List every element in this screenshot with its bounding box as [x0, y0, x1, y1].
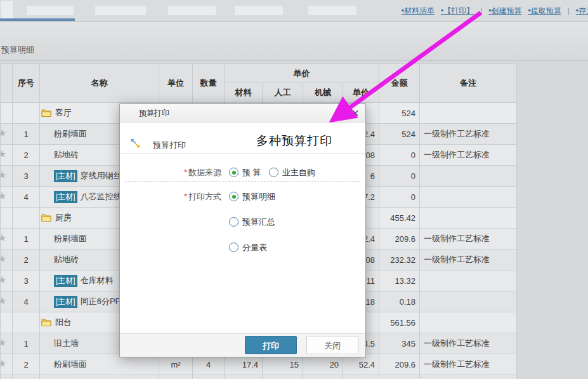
toolbar-separator: | — [568, 6, 570, 15]
amount-cell: 0.18 — [379, 291, 420, 312]
note-cell — [420, 270, 517, 291]
star-icon[interactable]: ★ — [1, 149, 7, 159]
col-header-qty: 数量 — [193, 64, 225, 103]
print-dialog: 预算打印 × ↖↘ 预算打印 多种预算打印 *数据来源预 算业主自购*打印方式预… — [119, 103, 366, 357]
main-material-badge: [主材] — [54, 275, 77, 287]
item-name: 穿线用钢丝 — [81, 171, 122, 180]
machine-price-cell — [303, 375, 343, 379]
radio-unchecked[interactable] — [269, 168, 278, 177]
star-icon[interactable]: ★ — [1, 338, 7, 348]
radio-option[interactable]: 分量表 — [229, 242, 267, 253]
star-icon[interactable]: ★ — [1, 128, 7, 138]
material-price-cell — [225, 375, 263, 379]
amount-cell: 524 — [379, 124, 420, 145]
table-row[interactable]: ★3[主材] — [1, 375, 517, 379]
dashed-divider — [125, 181, 360, 182]
close-icon[interactable]: × — [351, 105, 359, 121]
star-cell — [1, 103, 13, 124]
seq-cell — [13, 208, 40, 229]
dialog-titlebar: 预算打印 × — [120, 104, 365, 123]
radio-checked[interactable] — [229, 192, 238, 201]
main-material-badge: [主材] — [54, 296, 77, 308]
close-button[interactable]: 关闭 — [306, 336, 358, 354]
faded-tab[interactable] — [308, 6, 356, 15]
col-header-price: 单价 — [343, 83, 379, 103]
seq-cell — [13, 312, 40, 333]
star-icon[interactable]: ★ — [1, 359, 7, 369]
star-cell — [1, 312, 13, 333]
form-row: 分量表 — [120, 242, 365, 253]
toolbar-link[interactable]: •存为 — [576, 6, 588, 15]
star-icon[interactable]: ★ — [1, 275, 7, 285]
seq-cell: 4 — [13, 187, 40, 208]
amount-cell: 0 — [379, 187, 420, 208]
star-cell: ★ — [1, 354, 13, 375]
radio-label: 预算汇总 — [242, 217, 275, 227]
dialog-body: ↖↘ 预算打印 多种预算打印 *数据来源预 算业主自购*打印方式预算明细预算汇总… — [120, 123, 365, 335]
radio-label: 业主自购 — [282, 168, 315, 177]
star-icon[interactable]: ★ — [1, 254, 7, 264]
note-cell: 一级制作工艺标准 — [420, 124, 517, 145]
radio-option[interactable]: 预算汇总 — [229, 216, 275, 228]
faded-tab[interactable] — [168, 6, 216, 15]
note-cell — [420, 208, 517, 229]
radio-unchecked[interactable] — [229, 217, 238, 227]
note-cell — [420, 103, 517, 124]
star-cell — [1, 208, 13, 229]
toolbar-link[interactable]: •材料清单 — [402, 6, 434, 15]
required-asterisk: * — [184, 192, 187, 201]
col-header-name: 名称 — [40, 64, 159, 103]
field-label-text: 打印方式 — [188, 192, 221, 201]
toolbar-link[interactable]: •提取预算 — [528, 6, 561, 15]
amount-cell: 209.6 — [379, 354, 420, 375]
folder-icon — [41, 213, 51, 222]
star-icon[interactable]: ★ — [1, 170, 7, 180]
note-cell: 一级制作工艺标准 — [420, 354, 517, 375]
seq-cell: 2 — [13, 145, 40, 166]
corner-block — [1, 1, 13, 20]
field-label: *打印方式 — [120, 191, 221, 203]
star-icon[interactable]: ★ — [1, 233, 7, 243]
note-cell: 一级制作工艺标准 — [420, 333, 517, 354]
faded-tab[interactable] — [95, 6, 146, 15]
seq-cell: 3 — [13, 270, 40, 291]
note-cell: 一级制作工艺标准 — [420, 249, 517, 270]
star-cell: ★ — [1, 333, 13, 354]
star-icon[interactable]: ★ — [1, 191, 7, 201]
toolbar-separator: | — [480, 6, 482, 15]
seq-cell — [13, 103, 40, 124]
radio-option[interactable]: 预 算 — [229, 167, 261, 178]
note-cell — [420, 312, 517, 333]
radio-option[interactable]: 业主自购 — [269, 167, 315, 178]
radio-checked[interactable] — [229, 168, 238, 177]
seq-cell: 1 — [13, 229, 40, 249]
name-cell: [主材] — [40, 375, 159, 379]
star-cell: ★ — [1, 166, 13, 187]
print-button[interactable]: 打印 — [245, 336, 297, 354]
toolbar-link[interactable]: •创建预算 — [488, 6, 521, 15]
seq-cell: 3 — [13, 375, 40, 379]
seq-cell: 4 — [13, 291, 40, 312]
star-icon[interactable]: ★ — [1, 296, 7, 306]
item-name: 粉刷墙面 — [54, 359, 87, 369]
col-header-price-group: 单价 — [225, 64, 379, 83]
item-name: 贴地砖 — [54, 255, 79, 264]
amount-cell — [379, 375, 420, 379]
amount-cell: 232.32 — [379, 249, 420, 270]
amount-cell: 209.6 — [379, 229, 420, 249]
radio-label: 分量表 — [242, 243, 267, 252]
amount-cell: 561.56 — [379, 312, 420, 333]
col-header-labor: 人工 — [263, 83, 303, 103]
radio-unchecked[interactable] — [229, 243, 238, 252]
unit-price-cell — [343, 375, 379, 379]
page-title: 预算明细 — [1, 44, 34, 56]
labor-price-cell — [263, 375, 303, 379]
form-row: *数据来源预 算业主自购 — [120, 167, 365, 178]
radio-label: 预算明细 — [242, 192, 275, 201]
radio-option[interactable]: 预算明细 — [229, 191, 275, 203]
app-window: •材料清单•【打印】|•创建预算•提取预算|•存为 预算明细 序号 名称 单位 … — [0, 0, 588, 379]
faded-tab[interactable] — [27, 6, 74, 15]
faded-tab[interactable] — [235, 6, 283, 15]
col-header-amount: 金额 — [379, 64, 420, 103]
toolbar-link[interactable]: •【打印】 — [441, 6, 474, 15]
